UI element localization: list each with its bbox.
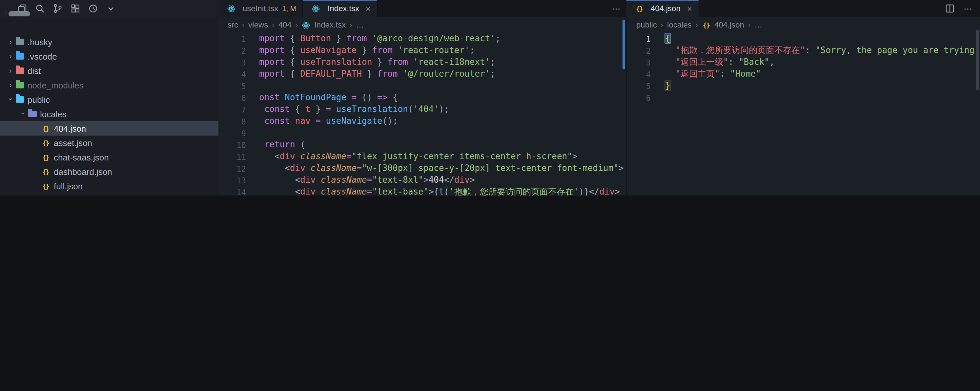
- editor-group-1: src›views›404›Index.tsx›… 1mport { Butto…: [218, 17, 627, 195]
- folder-icon: [16, 68, 24, 74]
- tree-item-label: chat-saas.json: [54, 152, 109, 162]
- tree-item-label: node_modules: [27, 80, 84, 90]
- code-line[interactable]: 4 "返回主页": "Home": [627, 68, 980, 80]
- code-editor-1[interactable]: 1mport { Button } from '@arco-design/web…: [218, 33, 627, 195]
- breadcrumb-item[interactable]: 404.json: [714, 20, 744, 30]
- scrollbar-g1[interactable]: [621, 17, 627, 195]
- code-line[interactable]: 3mport { useTranslation } from 'react-i1…: [218, 56, 627, 68]
- code-line[interactable]: 6: [627, 92, 980, 103]
- split-editor-icon[interactable]: [945, 3, 955, 14]
- code-line[interactable]: 10 return (: [218, 139, 627, 150]
- code-line[interactable]: 6onst NotFoundPage = () => {: [218, 92, 627, 103]
- line-number: 9: [218, 127, 246, 139]
- react-icon: [226, 4, 236, 13]
- line-number: 10: [218, 139, 246, 150]
- code-line[interactable]: 9: [218, 127, 627, 139]
- close-icon[interactable]: ×: [366, 3, 371, 13]
- breadcrumb-item[interactable]: 404: [278, 20, 291, 30]
- breadcrumb-item[interactable]: …: [754, 20, 762, 30]
- more-actions-icon[interactable]: ⋯: [612, 3, 620, 13]
- code-line[interactable]: 13 <div className="text-8xl">404</div>: [218, 174, 627, 186]
- code-line[interactable]: 12 <div className="w-[300px] space-y-[20…: [218, 162, 627, 174]
- tab-label: Index.tsx: [328, 4, 359, 13]
- breadcrumb-item[interactable]: public: [636, 20, 657, 30]
- tree-item-dist[interactable]: ›dist: [0, 63, 218, 78]
- scrollbar-thumb[interactable]: [976, 30, 979, 90]
- code-line[interactable]: 14 <div className="text-base">{t('抱歉，您所要…: [218, 186, 627, 195]
- tree-item-.husky[interactable]: ›.husky: [0, 35, 218, 49]
- tree-item-locales[interactable]: ›locales: [0, 107, 218, 121]
- tree-item-asset.json[interactable]: {}asset.json: [0, 136, 218, 150]
- chevron-icon: ›: [6, 95, 16, 103]
- scrollbar-g2[interactable]: [975, 17, 980, 195]
- tab-index-tsx[interactable]: Index.tsx ×: [303, 0, 378, 17]
- breadcrumb-item[interactable]: locales: [667, 20, 692, 30]
- title-bar: ⋮ useInit.tsx 1, M Index.tsx × ⋯ {} 404.…: [0, 0, 980, 18]
- json-icon: {}: [41, 168, 51, 175]
- breadcrumb-item[interactable]: Index.tsx: [314, 20, 346, 30]
- folder-icon: [16, 39, 24, 45]
- json-icon: {}: [41, 139, 51, 146]
- tree-item-label: locales: [40, 109, 67, 119]
- chevron-icon: ›: [6, 52, 14, 61]
- scrollbar-thumb[interactable]: [622, 20, 625, 70]
- code-line[interactable]: 5}: [627, 80, 980, 92]
- code-line[interactable]: 11 <div className="flex justify-center i…: [218, 150, 627, 162]
- chevron-down-icon[interactable]: [106, 3, 116, 14]
- tree-item-.vscode[interactable]: ›.vscode: [0, 49, 218, 63]
- line-number: 12: [218, 162, 246, 174]
- code-line[interactable]: 7 const { t } = useTranslation('404');: [218, 103, 627, 115]
- line-number: 14: [218, 186, 246, 195]
- chevron-icon: ›: [6, 66, 14, 75]
- tree-item-label: .vscode: [27, 51, 57, 61]
- code-line[interactable]: 1mport { Button } from '@arco-design/web…: [218, 33, 627, 44]
- line-number: 8: [218, 115, 246, 127]
- tab-bar-group1: useInit.tsx 1, M Index.tsx × ⋯: [218, 0, 627, 17]
- folder-icon: [28, 111, 37, 117]
- breadcrumb-item[interactable]: …: [356, 20, 364, 30]
- tree-item-label: full.json: [54, 181, 83, 191]
- search-icon[interactable]: [35, 3, 45, 14]
- more-actions-icon[interactable]: ⋯: [964, 3, 972, 13]
- explorer-sidebar: ›.husky›.vscode›dist›node_modules›public…: [0, 17, 219, 195]
- line-number: 13: [218, 174, 246, 186]
- tree-item-label: public: [27, 95, 50, 104]
- chevron-icon: ›: [6, 37, 14, 46]
- source-control-icon[interactable]: [52, 3, 63, 14]
- json-icon: {}: [41, 125, 51, 132]
- tab-404-json[interactable]: {} 404.json ×: [627, 0, 699, 17]
- line-number: 7: [218, 103, 246, 115]
- tree-item-home.json[interactable]: {}home.json: [0, 193, 218, 195]
- breadcrumb-separator: ›: [272, 21, 274, 29]
- tab-useinit-tsx[interactable]: useInit.tsx 1, M: [218, 0, 303, 17]
- tree-item-chat-saas.json[interactable]: {}chat-saas.json: [0, 150, 218, 165]
- chevron-icon: ›: [19, 110, 28, 117]
- breadcrumb-separator: ›: [696, 21, 698, 29]
- breadcrumb-separator: ›: [350, 21, 352, 29]
- code-line[interactable]: 4mport { DEFAULT_PATH } from '@/router/r…: [218, 68, 627, 80]
- tree-item-node_modules[interactable]: ›node_modules: [0, 78, 218, 92]
- code-editor-2[interactable]: 1{2 "抱歉，您所要访问的页面不存在": "Sorry, the page y…: [627, 33, 980, 195]
- editor-group-2: public›locales›{}404.json›… 1{2 "抱歉，您所要访…: [627, 17, 980, 195]
- breadcrumb-item[interactable]: src: [228, 20, 238, 30]
- close-icon[interactable]: ×: [687, 3, 692, 13]
- extensions-icon[interactable]: [70, 3, 81, 14]
- folder-icon: [16, 82, 24, 89]
- line-number: 4: [627, 68, 651, 80]
- code-line[interactable]: 2 "抱歉，您所要访问的页面不存在": "Sorry, the page you…: [627, 44, 980, 56]
- tree-item-404.json[interactable]: {}404.json: [0, 121, 218, 136]
- tab-label: useInit.tsx: [243, 4, 278, 13]
- code-line[interactable]: 3 "返回上一级": "Back",: [627, 56, 980, 68]
- tree-item-public[interactable]: ›public: [0, 92, 218, 107]
- history-icon[interactable]: [88, 3, 99, 14]
- code-line[interactable]: 8 const nav = useNavigate();: [218, 115, 627, 127]
- tree-item-full.json[interactable]: {}full.json: [0, 179, 218, 193]
- scroll-pill[interactable]: [8, 11, 30, 16]
- breadcrumb-item[interactable]: views: [248, 20, 268, 30]
- code-line[interactable]: 2mport { useNavigate } from 'react-route…: [218, 44, 627, 56]
- code-line[interactable]: 1{: [627, 33, 980, 44]
- tree-item-label: 404.json: [54, 123, 86, 133]
- code-line[interactable]: 5: [218, 80, 627, 92]
- tree-item-dashboard.json[interactable]: {}dashboard.json: [0, 165, 218, 179]
- folder-icon: [16, 53, 24, 60]
